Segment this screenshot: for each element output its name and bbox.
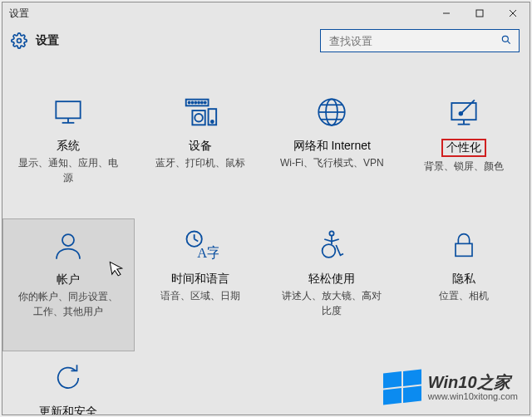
svg-point-14 <box>198 102 200 104</box>
svg-point-4 <box>17 39 22 43</box>
svg-point-30 <box>459 112 462 115</box>
brand-name: Win10之家 <box>428 373 518 391</box>
tile-desc: 位置、相机 <box>439 288 489 303</box>
windows-logo-icon <box>383 370 421 405</box>
brand-url: www.win10xitong.com <box>428 391 518 401</box>
monitor-icon <box>47 91 90 134</box>
svg-point-11 <box>188 102 190 104</box>
page-title: 设置 <box>36 33 312 48</box>
minimize-button[interactable] <box>430 2 463 24</box>
tile-desc: 蓝牙、打印机、鼠标 <box>155 155 245 170</box>
tile-devices[interactable]: 设备 蓝牙、打印机、鼠标 <box>135 86 267 218</box>
tile-title: 设备 <box>189 139 212 154</box>
tile-desc: 你的帐户、同步设置、工作、其他用户 <box>14 289 122 319</box>
search-icon <box>500 34 512 48</box>
header: 设置 <box>2 24 530 57</box>
svg-point-20 <box>211 120 214 123</box>
tile-time-language[interactable]: A字 时间和语言 语音、区域、日期 <box>135 218 267 351</box>
search-input[interactable] <box>328 34 500 48</box>
svg-point-15 <box>201 102 203 104</box>
svg-rect-7 <box>57 101 81 118</box>
tile-title: 网络和 Internet <box>293 139 371 154</box>
close-button[interactable] <box>496 2 530 24</box>
lock-icon <box>442 223 485 267</box>
window-title: 设置 <box>9 7 430 21</box>
brand-watermark: Win10之家 www.win10xitong.com <box>383 371 518 403</box>
svg-point-18 <box>195 114 203 122</box>
update-icon <box>47 356 90 400</box>
gear-icon <box>11 32 27 49</box>
tile-desc: 语音、区域、日期 <box>160 288 240 303</box>
tile-title: 隐私 <box>452 272 475 287</box>
tile-title: 更新和安全 <box>39 405 97 415</box>
svg-text:A字: A字 <box>197 245 219 261</box>
tile-network[interactable]: 网络和 Internet Wi-Fi、飞行模式、VPN <box>266 86 398 218</box>
svg-line-29 <box>461 100 475 113</box>
svg-point-12 <box>191 102 193 104</box>
tile-system[interactable]: 系统 显示、通知、应用、电源 <box>2 86 135 218</box>
person-icon <box>47 224 90 267</box>
svg-point-31 <box>62 234 74 246</box>
tile-desc: 背景、锁屏、颜色 <box>424 159 504 174</box>
globe-icon <box>310 91 353 134</box>
category-grid: 系统 显示、通知、应用、电源 设备 蓝牙、打印机、鼠标 <box>2 57 530 415</box>
tile-desc: 显示、通知、应用、电源 <box>14 155 122 185</box>
svg-point-37 <box>323 244 336 258</box>
svg-point-36 <box>330 231 334 235</box>
svg-rect-1 <box>476 10 483 17</box>
search-box[interactable] <box>320 29 520 52</box>
svg-line-6 <box>507 41 510 43</box>
tile-desc: Wi-Fi、飞行模式、VPN <box>280 155 384 170</box>
tile-accounts[interactable]: 帐户 你的帐户、同步设置、工作、其他用户 <box>2 218 135 351</box>
svg-point-16 <box>204 102 206 104</box>
tile-title: 时间和语言 <box>171 272 229 287</box>
accessibility-icon <box>310 223 353 267</box>
svg-rect-38 <box>456 243 472 256</box>
settings-window: 设置 设置 系统 <box>2 2 530 415</box>
tile-ease-of-access[interactable]: 轻松使用 讲述人、放大镜、高对比度 <box>266 218 398 351</box>
tile-title: 帐户 <box>57 272 80 287</box>
svg-point-5 <box>502 36 508 42</box>
maximize-button[interactable] <box>463 2 496 24</box>
devices-icon <box>179 91 222 134</box>
tile-title: 个性化 <box>441 139 486 157</box>
svg-line-34 <box>194 239 198 242</box>
time-language-icon: A字 <box>179 223 222 267</box>
titlebar: 设置 <box>2 2 530 24</box>
tile-personalization[interactable]: 个性化 背景、锁屏、颜色 <box>398 86 530 218</box>
tile-desc: 讲述人、放大镜、高对比度 <box>278 288 386 318</box>
tile-update-security[interactable]: 更新和安全 <box>2 351 135 415</box>
tile-title: 轻松使用 <box>308 272 355 287</box>
personalization-icon <box>442 91 485 134</box>
tile-title: 系统 <box>57 139 80 154</box>
svg-point-13 <box>195 102 196 104</box>
tile-privacy[interactable]: 隐私 位置、相机 <box>398 218 530 351</box>
